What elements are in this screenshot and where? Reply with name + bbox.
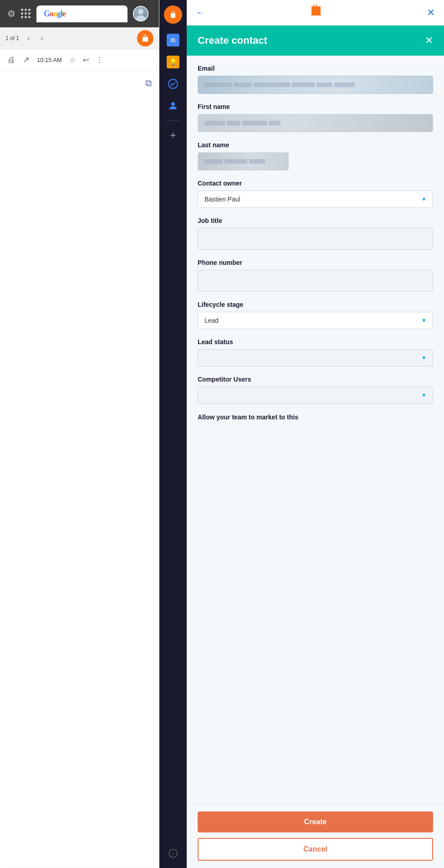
svg-point-8 [314,10,318,14]
back-button[interactable]: ← [196,7,205,18]
external-link-icon[interactable]: ↗ [23,55,30,65]
nav-next-button[interactable]: › [38,32,46,44]
browser-nav-bar: 1 of 1 ‹ › [0,27,159,49]
hubspot-logo-sidebar[interactable] [164,5,182,24]
person-icon [167,99,179,112]
sidebar-item-calendar[interactable]: 31 [164,31,182,49]
svg-point-0 [138,9,143,14]
job-title-label: Job title [198,217,433,224]
competitor-users-select[interactable] [198,387,433,404]
google-tab[interactable]: Google [36,5,128,22]
nav-prev-button[interactable]: ‹ [25,32,32,44]
email-field-group: Email [198,65,433,94]
competitor-users-field-group: Competitor Users [198,376,433,404]
lifecycle-select-wrapper: Lead [198,312,433,329]
browser-panel: ⚙ Google 1 of 1 ‹ › [0,0,159,868]
email-label: Email [198,65,433,72]
create-contact-header: Create contact ✕ [187,26,444,56]
contact-form: Email First name [187,56,444,804]
firstname-field-group: First name [198,103,433,132]
sidebar-divider [166,120,180,121]
timestamp: 10:15 AM [37,57,62,63]
page-counter: 1 of 1 [5,35,19,41]
sidebar-add-button[interactable]: + [164,126,182,145]
contact-owner-field-group: Contact owner Bastien Paul [198,180,433,208]
chrome-top-bar: ⚙ Google [0,0,159,27]
contact-owner-label: Contact owner [198,180,433,187]
phone-input[interactable] [198,270,433,292]
lead-status-label: Lead status [198,338,433,346]
hubspot-logo-top [308,5,324,21]
lead-status-select[interactable] [198,349,433,367]
browser-content: ⧉ [0,71,159,868]
reply-icon[interactable]: ↩ [83,56,89,64]
svg-point-3 [172,15,174,17]
dark-sidebar: 31 💡 + i [159,0,187,868]
info-icon[interactable]: i [164,844,182,863]
lifecycle-field-group: Lifecycle stage Lead [198,301,433,329]
google-logo: Google [44,9,66,19]
lastname-field-group: Last name [198,141,433,170]
copy-icon[interactable]: ⧉ [145,78,152,88]
contact-owner-select[interactable]: Bastien Paul [198,191,433,208]
sidebar-bottom: i [164,844,182,863]
lifecycle-select[interactable]: Lead [198,312,433,329]
form-actions: Create Cancel [187,804,444,868]
browser-toolbar: 🖨 ↗ 10:15 AM ☆ ↩ ⋮ [0,49,159,71]
check-circle-icon [167,78,179,90]
top-close-button[interactable]: ✕ [427,7,435,19]
contact-owner-select-wrapper: Bastien Paul [198,191,433,208]
header-title: Create contact [198,35,267,46]
svg-point-1 [136,16,145,21]
competitor-users-select-wrapper [198,387,433,404]
allow-marketing-field-group: Allow your team to market to this [198,413,433,421]
bulb-icon: 💡 [167,56,179,68]
svg-point-2 [144,39,146,41]
create-button[interactable]: Create [198,811,433,832]
firstname-input[interactable] [198,114,433,132]
print-icon[interactable]: 🖨 [7,55,15,65]
more-options-icon[interactable]: ⋮ [96,56,103,64]
sidebar-item-bulb[interactable]: 💡 [164,53,182,71]
svg-text:i: i [172,851,174,856]
competitor-users-label: Competitor Users [198,376,433,383]
phone-field-group: Phone number [198,259,433,292]
gear-icon[interactable]: ⚙ [7,8,15,19]
hubspot-top-nav: ← ✕ [187,0,444,26]
hubspot-nav-icon[interactable] [137,30,153,46]
job-title-input[interactable] [198,228,433,250]
calendar-icon: 31 [167,34,179,46]
avatar[interactable] [133,6,148,21]
star-icon[interactable]: ☆ [69,56,76,64]
cancel-button[interactable]: Cancel [198,838,433,861]
lead-status-field-group: Lead status [198,338,433,367]
lifecycle-label: Lifecycle stage [198,301,433,308]
firstname-label: First name [198,103,433,110]
sidebar-item-contacts[interactable] [164,97,182,115]
svg-point-5 [171,102,175,106]
lastname-label: Last name [198,141,433,149]
allow-marketing-label: Allow your team to market to this [198,413,298,421]
lead-status-select-wrapper [198,349,433,367]
plus-icon: + [167,129,179,142]
header-close-button[interactable]: ✕ [425,35,433,46]
hubspot-panel: ← ✕ Create contact ✕ Email [187,0,444,868]
phone-label: Phone number [198,259,433,266]
job-title-field-group: Job title [198,217,433,250]
sidebar-item-tasks[interactable] [164,75,182,93]
email-input[interactable] [198,76,433,94]
grid-icon[interactable] [21,9,31,19]
user-avatar [134,7,148,21]
lastname-input[interactable] [198,152,289,170]
